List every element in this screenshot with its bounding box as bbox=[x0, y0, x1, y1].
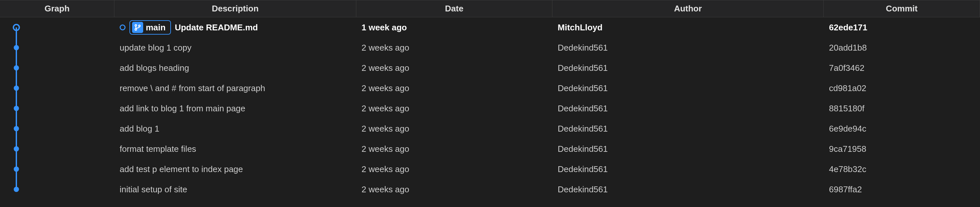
commit-hash-cell: 6e9de94c bbox=[824, 119, 980, 139]
commit-message: update blog 1 copy bbox=[119, 43, 192, 53]
description-cell: mainUpdate README.md bbox=[115, 17, 356, 38]
author-cell: Dedekind561 bbox=[552, 98, 824, 119]
description-cell: update blog 1 copy bbox=[115, 38, 356, 58]
commit-message: add blog 1 bbox=[119, 124, 159, 134]
description-cell: format template files bbox=[115, 139, 356, 159]
commit-row[interactable]: add test p element to index page2 weeks … bbox=[0, 159, 980, 179]
date-cell: 2 weeks ago bbox=[356, 179, 552, 199]
commit-message: remove \ and # from start of paragraph bbox=[119, 83, 265, 93]
column-header-description[interactable]: Description bbox=[115, 0, 356, 17]
date-cell: 1 week ago bbox=[356, 17, 552, 38]
date-cell: 2 weeks ago bbox=[356, 58, 552, 78]
git-branch-icon bbox=[132, 22, 143, 33]
svg-point-12 bbox=[138, 25, 140, 27]
commit-message: Update README.md bbox=[175, 22, 258, 33]
svg-point-10 bbox=[135, 24, 137, 26]
date-cell: 2 weeks ago bbox=[356, 119, 552, 139]
author-cell: MitchLloyd bbox=[552, 17, 824, 38]
date-cell: 2 weeks ago bbox=[356, 98, 552, 119]
commit-hash-cell: 8815180f bbox=[824, 98, 980, 119]
table-body: mainUpdate README.md1 week agoMitchLloyd… bbox=[0, 17, 980, 199]
date-cell: 2 weeks ago bbox=[356, 159, 552, 179]
graph-cell bbox=[0, 38, 115, 58]
graph-cell bbox=[0, 58, 115, 78]
graph-cell bbox=[0, 159, 115, 179]
commit-hash-cell: 20add1b8 bbox=[824, 38, 980, 58]
commit-hash-cell: 7a0f3462 bbox=[824, 58, 980, 78]
commit-row[interactable]: initial setup of site2 weeks agoDedekind… bbox=[0, 179, 980, 199]
author-cell: Dedekind561 bbox=[552, 119, 824, 139]
graph-cell bbox=[0, 179, 115, 199]
description-cell: add blogs heading bbox=[115, 58, 356, 78]
git-history-table: Graph Description Date Author Commit mai… bbox=[0, 0, 980, 199]
author-cell: Dedekind561 bbox=[552, 179, 824, 199]
commit-hash-cell: 9ca71958 bbox=[824, 139, 980, 159]
commit-hash-cell: 6987ffa2 bbox=[824, 179, 980, 199]
commit-message: format template files bbox=[119, 144, 196, 154]
commit-row[interactable]: add blogs heading2 weeks agoDedekind5617… bbox=[0, 58, 980, 78]
graph-cell bbox=[0, 139, 115, 159]
commit-message: initial setup of site bbox=[119, 185, 187, 194]
description-cell: add blog 1 bbox=[115, 119, 356, 139]
commit-hash-cell: 4e78b32c bbox=[824, 159, 980, 179]
column-header-graph[interactable]: Graph bbox=[0, 0, 115, 17]
table-header-row: Graph Description Date Author Commit bbox=[0, 0, 980, 17]
commit-message: add test p element to index page bbox=[119, 164, 243, 174]
commit-row[interactable]: add blog 12 weeks agoDedekind5616e9de94c bbox=[0, 119, 980, 139]
description-cell: initial setup of site bbox=[115, 179, 356, 199]
column-header-commit[interactable]: Commit bbox=[824, 0, 980, 17]
graph-cell bbox=[0, 98, 115, 119]
author-cell: Dedekind561 bbox=[552, 38, 824, 58]
commit-row[interactable]: remove \ and # from start of paragraph2 … bbox=[0, 78, 980, 98]
svg-point-11 bbox=[135, 29, 137, 30]
graph-cell bbox=[0, 78, 115, 98]
author-cell: Dedekind561 bbox=[552, 78, 824, 98]
commit-message: add blogs heading bbox=[119, 63, 189, 73]
date-cell: 2 weeks ago bbox=[356, 38, 552, 58]
commit-row[interactable]: format template files2 weeks agoDedekind… bbox=[0, 139, 980, 159]
commit-row[interactable]: update blog 1 copy2 weeks agoDedekind561… bbox=[0, 38, 980, 58]
commit-message: add link to blog 1 from main page bbox=[119, 103, 245, 114]
description-cell: remove \ and # from start of paragraph bbox=[115, 78, 356, 98]
column-header-author[interactable]: Author bbox=[552, 0, 824, 17]
branch-name: main bbox=[146, 22, 166, 33]
author-cell: Dedekind561 bbox=[552, 139, 824, 159]
commit-hash-cell: 62ede171 bbox=[824, 17, 980, 38]
commit-row[interactable]: mainUpdate README.md1 week agoMitchLloyd… bbox=[0, 17, 980, 38]
description-cell: add link to blog 1 from main page bbox=[115, 98, 356, 119]
graph-cell bbox=[0, 17, 115, 38]
author-cell: Dedekind561 bbox=[552, 159, 824, 179]
commit-hash-cell: cd981a02 bbox=[824, 78, 980, 98]
head-commit-marker-icon bbox=[119, 24, 126, 30]
author-cell: Dedekind561 bbox=[552, 58, 824, 78]
column-header-date[interactable]: Date bbox=[356, 0, 552, 17]
date-cell: 2 weeks ago bbox=[356, 78, 552, 98]
graph-cell bbox=[0, 119, 115, 139]
date-cell: 2 weeks ago bbox=[356, 139, 552, 159]
commit-row[interactable]: add link to blog 1 from main page2 weeks… bbox=[0, 98, 980, 119]
description-cell: add test p element to index page bbox=[115, 159, 356, 179]
branch-badge[interactable]: main bbox=[129, 20, 171, 35]
